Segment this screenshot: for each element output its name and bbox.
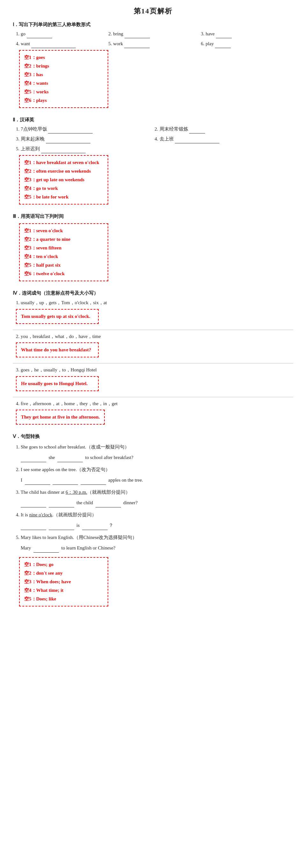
blank-2-4[interactable]	[175, 137, 219, 143]
ans-value: often exercise on weekends	[36, 168, 91, 174]
ans-value: go to work	[36, 186, 58, 191]
prob-text: 5. 上班迟到	[16, 146, 40, 151]
ans-2-2: 空2：often exercise on weekends	[24, 167, 103, 176]
blank-5-2a[interactable]	[25, 479, 50, 485]
ans-label: 空6：	[24, 98, 36, 103]
ans-label: 空5：	[24, 89, 36, 94]
prob-num: 3. The child has dinner at 6：30 p.m.（就画线…	[16, 490, 130, 495]
blank-2-1[interactable]	[48, 128, 93, 133]
ans-label: 空5：	[24, 194, 36, 199]
blank-2-5[interactable]	[41, 148, 86, 153]
ans-value: works	[36, 89, 49, 94]
blank-1-2[interactable]	[124, 32, 150, 38]
section-2: Ⅱ．汉译英 1. 7点钟吃早饭 2. 周末经常锻炼 3. 周末起床晚 4. 去上…	[13, 117, 293, 208]
ans-3-3: 空3：seven fifteen	[24, 244, 103, 252]
ans-value: wants	[36, 81, 49, 86]
blank-5-4b[interactable]	[49, 524, 74, 530]
prob-1-6: 6. play	[201, 39, 293, 48]
ans-label: 空3：	[24, 72, 36, 77]
prob-2-4: 4. 去上班	[155, 135, 294, 143]
blank-line-5-3: the child dinner?	[16, 498, 293, 507]
prob-4-4: 4. five，afternoon，at，home，they，the，in，ge…	[16, 400, 293, 408]
ans-5-2: 空2：don't see any	[24, 569, 103, 578]
ans-label: 空2：	[24, 570, 36, 576]
ans-1-4: 空4：wants	[24, 79, 103, 88]
ans-value: seven o'clock	[36, 228, 63, 233]
page-title: 第14页解析	[13, 6, 293, 16]
blank-5-3c[interactable]	[95, 502, 121, 507]
ans-3-6: 空6：twelve o'clock	[24, 270, 103, 278]
prob-num: 1. go	[16, 31, 26, 36]
prob-words: you，breakfast，what，do，have，time	[21, 334, 101, 339]
blank-5-2c[interactable]	[81, 479, 106, 485]
blank-1-3[interactable]	[216, 32, 232, 38]
blank-5-4a[interactable]	[21, 524, 46, 530]
section3-title: Ⅲ．用英语写出下列时间	[13, 213, 293, 219]
ans-value: half past six	[36, 262, 61, 268]
ans-2-4: 空4：go to work	[24, 184, 103, 193]
ans-value: Does; like	[36, 596, 56, 601]
ans-3-2: 空2：a quarter to nine	[24, 235, 103, 244]
prob-words: goes，he，usually，to，Hongqi Hotel	[21, 367, 97, 372]
blank-5-3b[interactable]	[49, 502, 74, 507]
ans-2-3: 空3：get up late on weekends	[24, 176, 103, 184]
ans-1-5: 空5：works	[24, 88, 103, 96]
ans-label: 空1：	[24, 228, 36, 233]
blank-5-4c[interactable]	[82, 524, 108, 530]
section1-answer-box: 空1：goes 空2：brings 空3：has 空4：wants 空5：wor…	[19, 50, 108, 108]
blank-2-2[interactable]	[189, 128, 205, 133]
prob-5-4: 4. It is nine o'clock.（就画线部分提问）	[16, 510, 293, 519]
prob-2-1: 1. 7点钟吃早饭	[16, 125, 155, 133]
prob-num: 5. work	[108, 41, 123, 46]
divider-4-1	[13, 330, 293, 330]
ans-1-3: 空3：has	[24, 70, 103, 79]
ans-label: 空1：	[24, 160, 36, 165]
ans-value: get up late on weekends	[36, 177, 85, 182]
ans-label: 空4：	[24, 81, 36, 86]
blank-5-1b[interactable]	[57, 457, 83, 462]
ans-value: don't see any	[36, 570, 63, 576]
prob-1-3: 3. have	[201, 30, 293, 38]
prob-num: 4. want	[16, 41, 30, 46]
blank-1-6[interactable]	[215, 42, 231, 48]
blank-5-5a[interactable]	[33, 547, 59, 553]
section-1: Ⅰ．写出下列单词的第三人称单数形式 1. go 2. bring 3. have…	[13, 22, 293, 111]
ans-box-4-1: Tom usually gets up at six o'clock.	[16, 309, 99, 324]
blank-5-3a[interactable]	[21, 502, 46, 507]
ans-label: 空4：	[24, 186, 36, 191]
prob-words: five，afternoon，at，home，they，the，in，get	[21, 401, 118, 406]
blank-1-1[interactable]	[27, 32, 52, 38]
prob-4-1: 1. usually，up，gets，Tom，o'clock，six，at	[16, 299, 293, 307]
blank-2-3[interactable]	[46, 137, 90, 143]
prob-4-2: 2. you，breakfast，what，do，have，time	[16, 333, 293, 341]
section5-title: Ⅴ．句型转换	[13, 434, 293, 440]
ans-1-1: 空1：goes	[24, 53, 103, 62]
ans-box-4-2: What time do you have breakfast?	[16, 342, 99, 358]
section2-answer-box: 空1：have breakfast at seven o'clock 空2：of…	[19, 155, 108, 205]
ans-2-5: 空5：be late for work	[24, 193, 103, 201]
section2-title: Ⅱ．汉译英	[13, 117, 293, 123]
blank-1-4[interactable]	[31, 42, 76, 48]
ans-value: has	[36, 72, 43, 77]
ans-value: plays	[36, 98, 47, 103]
ans-3-5: 空5：half past six	[24, 261, 103, 270]
ans-label: 空1：	[24, 562, 36, 567]
prob-5-2: 2. I see some apples on the tree.（改为否定句）	[16, 465, 293, 474]
ans-value: When does; have	[36, 579, 71, 584]
ans-label: 空5：	[24, 262, 36, 268]
ans-value: Does; go	[36, 562, 54, 567]
blank-5-2b[interactable]	[53, 479, 78, 485]
ans-label: 空2：	[24, 237, 36, 242]
blank-5-1a[interactable]	[21, 457, 46, 462]
prob-num: 2.	[16, 334, 21, 339]
blank-1-5[interactable]	[124, 42, 150, 48]
ans-box-4-4: They get home at five in the afternoon.	[16, 410, 105, 425]
divider-4-2	[13, 363, 293, 364]
ans-1-2: 空2：brings	[24, 62, 103, 70]
ans-label: 空3：	[24, 579, 36, 584]
ans-box-4-3: He usually goes to Hongqi Hotel.	[16, 376, 99, 391]
section2-problems: 1. 7点钟吃早饭 2. 周末经常锻炼 3. 周末起床晚 4. 去上班 5. 上…	[16, 125, 293, 153]
section4-title: Ⅳ．连词成句（注意标点符号及大小写）	[13, 290, 293, 296]
prob-1-4: 4. want	[16, 39, 108, 48]
prob-num: 2. I see some apples on the tree.（改为否定句）	[16, 467, 110, 472]
